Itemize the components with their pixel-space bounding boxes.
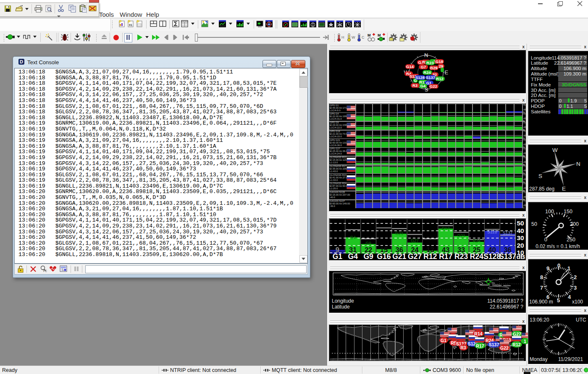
svg-text:R23: R23 [457,234,465,238]
svg-text:G4: G4 [348,252,358,261]
svg-text:40: 40 [517,227,524,234]
svg-text:50: 50 [517,220,524,227]
svg-text:G21: G21 [392,252,406,261]
svg-text:S137: S137 [499,252,516,261]
svg-text:G1: G1 [333,252,343,261]
svg-text:G16: G16 [377,252,391,261]
svg-text:G9: G9 [365,241,371,246]
svg-text:R12: R12 [423,252,437,261]
svg-text:S128: S128 [483,252,501,261]
svg-text:S128: S128 [487,230,497,234]
svg-text:R17: R17 [439,252,452,261]
svg-text:G27: G27 [411,238,419,243]
svg-text:G4: G4 [350,235,356,240]
svg-text:G9: G9 [363,252,373,261]
svg-text:G21: G21 [395,231,403,236]
svg-text:G27: G27 [408,252,422,261]
svg-text:R24: R24 [470,252,483,261]
svg-text:20: 20 [517,242,524,249]
svg-text:10: 10 [517,249,524,256]
svg-text:30: 30 [517,234,524,241]
svg-text:R24: R24 [473,239,481,243]
svg-text:R23: R23 [454,252,468,261]
svg-text:S137: S137 [503,231,513,235]
svg-text:R17: R17 [442,227,450,231]
